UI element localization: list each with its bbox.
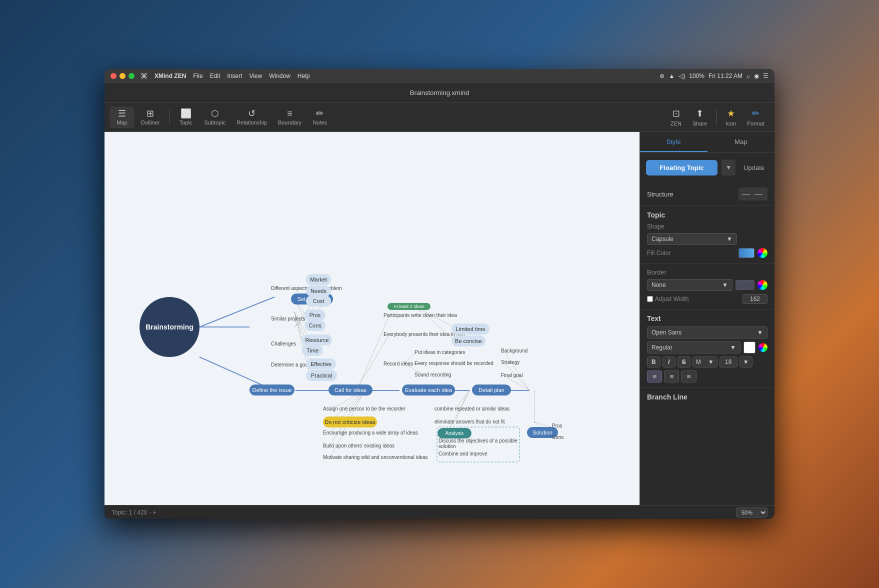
toolbar-outliner-btn[interactable]: ⊞ Outliner bbox=[136, 106, 165, 128]
limited-node[interactable]: Limited time bbox=[452, 324, 490, 334]
determine-label: Determine a goal bbox=[271, 362, 309, 368]
cons1-node[interactable]: Cons bbox=[304, 320, 326, 331]
adjust-width-checkbox[interactable] bbox=[647, 296, 653, 302]
floating-topic-button[interactable]: Floating Topic bbox=[646, 160, 718, 176]
text-color-swatch[interactable] bbox=[744, 342, 756, 354]
floating-topic-dropdown[interactable]: ▼ bbox=[722, 160, 736, 176]
toolbar-subtopic-btn[interactable]: ⬡ Subtopic bbox=[200, 106, 231, 128]
minimize-button[interactable] bbox=[120, 73, 126, 79]
topic-section-title: Topic bbox=[647, 211, 768, 219]
align-right-button[interactable]: ≡ bbox=[681, 370, 696, 382]
font-select[interactable]: Open Sans ▼ bbox=[647, 326, 768, 338]
toolbar-zen-btn[interactable]: ⊡ ZEN bbox=[666, 106, 686, 129]
toolbar-icon-btn[interactable]: ★ Icon bbox=[720, 106, 741, 129]
font-size-input[interactable] bbox=[720, 356, 738, 368]
boundary-label: Boundary bbox=[278, 120, 302, 126]
align-left-button[interactable]: ≡ bbox=[647, 370, 662, 382]
needs-node[interactable]: Needs bbox=[306, 286, 331, 296]
toolbar-boundary-btn[interactable]: ≡ Boundary bbox=[273, 106, 306, 128]
menu-file[interactable]: File bbox=[193, 72, 202, 80]
share-label: Share bbox=[692, 120, 707, 126]
align-row: ≡ ≡ ≡ bbox=[647, 370, 768, 382]
align-center-button[interactable]: ≡ bbox=[664, 370, 679, 382]
notes-icon: ✏ bbox=[316, 109, 324, 118]
resource-node[interactable]: Resource bbox=[302, 334, 332, 346]
toolbar-share-btn[interactable]: ⬆ Share bbox=[688, 106, 712, 129]
menu-window[interactable]: Window bbox=[269, 72, 290, 80]
fill-color-picker[interactable] bbox=[758, 248, 768, 258]
cost-node[interactable]: Cost bbox=[306, 296, 331, 306]
border-select[interactable]: None ▼ bbox=[647, 279, 732, 291]
concise-node[interactable]: Be concise bbox=[452, 336, 486, 346]
tab-style[interactable]: Style bbox=[640, 132, 708, 152]
challenges-label: Challenges bbox=[271, 341, 296, 346]
svg-line-16 bbox=[360, 315, 390, 384]
bold-button[interactable]: B bbox=[647, 356, 660, 368]
border-color-swatch[interactable] bbox=[736, 280, 754, 290]
menu-view[interactable]: View bbox=[249, 72, 262, 80]
structure-icon[interactable]: — — bbox=[738, 188, 768, 200]
fullscreen-button[interactable] bbox=[128, 73, 134, 79]
practical-node[interactable]: Practical bbox=[306, 370, 337, 381]
outliner-icon: ⊞ bbox=[146, 109, 154, 118]
toolbar-format-btn[interactable]: ✏ Format bbox=[742, 106, 770, 129]
user-icon[interactable]: ◉ bbox=[754, 72, 759, 80]
detail-node[interactable]: Detail plan bbox=[472, 384, 511, 396]
lines-icon[interactable]: ☰ bbox=[763, 72, 768, 80]
toolbar-map-btn[interactable]: ☰ Map bbox=[110, 106, 134, 128]
menu-help[interactable]: Help bbox=[298, 72, 310, 80]
toolbar-relationship-btn[interactable]: ↺ Relationship bbox=[232, 106, 272, 128]
menu-insert[interactable]: Insert bbox=[227, 72, 242, 80]
width-input[interactable]: 162 bbox=[742, 294, 768, 304]
text-color-picker[interactable] bbox=[758, 343, 768, 352]
tab-map[interactable]: Map bbox=[708, 132, 775, 152]
volume-icon: ◁) bbox=[678, 72, 685, 80]
icon-label: Icon bbox=[726, 120, 736, 126]
discuss-label: Discuss the objectives of a possible sol… bbox=[438, 438, 518, 449]
size-down-btn[interactable]: ▼ bbox=[740, 356, 752, 368]
similar-projects-label: Similar projects bbox=[271, 316, 305, 322]
search-icon[interactable]: ⌕ bbox=[746, 72, 750, 80]
toolbar-notes-btn[interactable]: ✏ Notes bbox=[308, 106, 332, 128]
market-node[interactable]: Market bbox=[306, 274, 331, 285]
map-canvas[interactable]: Brainstorming Define the issue Set up ru… bbox=[104, 132, 640, 505]
toolbar-topic-btn[interactable]: ⬜ Topic bbox=[174, 106, 198, 128]
update-button[interactable]: Update bbox=[740, 162, 768, 174]
fill-color-swatch[interactable] bbox=[738, 248, 754, 258]
border-dropdown-arrow: ▼ bbox=[722, 282, 728, 288]
italic-button[interactable]: I bbox=[662, 356, 676, 368]
menu-xmind[interactable]: XMind ZEN bbox=[154, 72, 186, 80]
callfor-node[interactable]: Call for ideas bbox=[328, 384, 372, 396]
atleast-node[interactable]: At least 2 ideas bbox=[388, 303, 430, 310]
border-color-picker[interactable] bbox=[758, 280, 768, 290]
define-node[interactable]: Define the issue bbox=[250, 384, 294, 396]
motivate-label: Motivate sharing wild and unconventional… bbox=[323, 454, 428, 460]
bluetooth-icon: ⊛ bbox=[660, 72, 664, 80]
shape-select[interactable]: Capsule ▼ bbox=[647, 233, 737, 245]
relationship-icon: ↺ bbox=[248, 109, 256, 118]
floating-topic-section: Floating Topic ▼ Update bbox=[640, 152, 774, 182]
strikethrough-button[interactable]: S bbox=[678, 356, 690, 368]
putideas-label: Put ideas in categories bbox=[414, 350, 465, 355]
effective-node[interactable]: Effective bbox=[306, 358, 336, 370]
style-select[interactable]: Regular ▼ bbox=[647, 342, 740, 354]
menu-edit[interactable]: Edit bbox=[210, 72, 220, 80]
evaluate-node[interactable]: Evaluate each idea bbox=[402, 384, 455, 396]
m-select[interactable]: M ▼ bbox=[692, 356, 718, 368]
buildupon-label: Build upon others' existing ideas bbox=[323, 443, 394, 448]
text-section-title: Text bbox=[647, 314, 768, 322]
title-bar: Brainstorming.xmind bbox=[104, 83, 774, 103]
combimprove-label: Combine and improve bbox=[438, 451, 488, 456]
zoom-select[interactable]: 50% 25% 75% 100% 150% 200% bbox=[736, 508, 768, 518]
font-dropdown-arrow: ▼ bbox=[757, 329, 763, 336]
status-bar-right: 50% 25% 75% 100% 150% 200% bbox=[736, 508, 768, 518]
fill-color-row: Fill Color bbox=[647, 248, 768, 258]
style-row: Regular ▼ bbox=[647, 342, 768, 354]
time-node[interactable]: Time bbox=[302, 345, 323, 356]
donot-node[interactable]: Do not criticize ideas bbox=[323, 416, 377, 428]
central-node[interactable]: Brainstorming bbox=[140, 297, 200, 357]
apple-menu[interactable]: ⌘ bbox=[140, 72, 148, 80]
pros1-node[interactable]: Pros bbox=[304, 310, 326, 320]
analysis-node[interactable]: Analysis bbox=[438, 428, 472, 438]
close-button[interactable] bbox=[110, 73, 116, 79]
